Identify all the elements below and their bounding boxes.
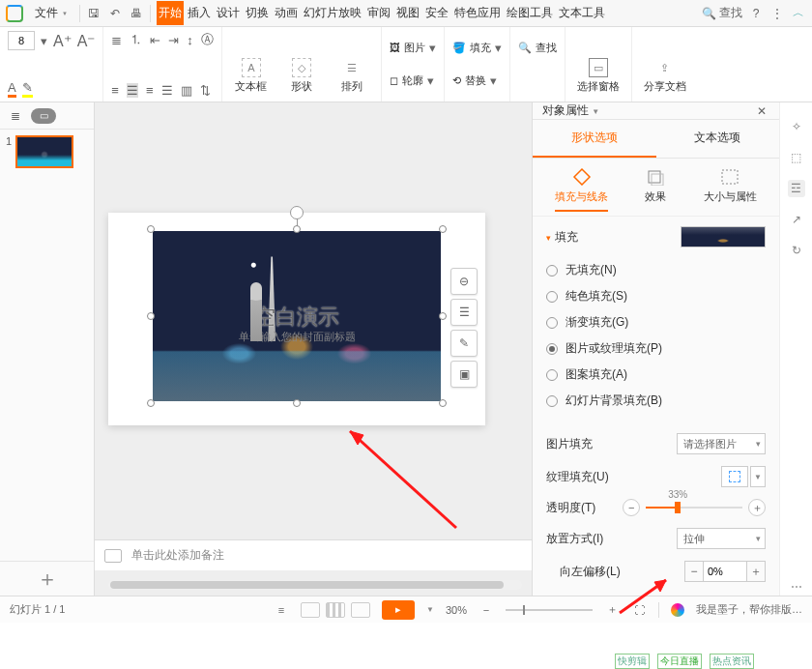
numbering-icon[interactable]: ⒈ <box>130 31 142 48</box>
image-button[interactable]: 🖼图片▾ <box>390 41 436 55</box>
indent-right-icon[interactable]: ⇥ <box>168 33 179 47</box>
rail-more-icon[interactable]: ⋯ <box>788 578 805 596</box>
find-button[interactable]: 🔍查找 <box>518 41 557 55</box>
slider-knob[interactable] <box>523 605 525 615</box>
tab-insert[interactable]: 插入 <box>186 1 213 25</box>
chevron-down-icon[interactable]: ▼ <box>592 107 599 116</box>
resize-handle[interactable] <box>147 225 155 233</box>
arrange-button[interactable]: ☰排列 <box>331 54 373 98</box>
slide-thumbnail[interactable]: 1 <box>0 130 94 174</box>
font-size-input[interactable] <box>8 31 35 50</box>
rail-template-icon[interactable]: ⬚ <box>788 149 805 166</box>
slide-canvas[interactable]: 空白演示 单击输入您的封面副标题 ⊖ ☰ ✎ ▣ <box>95 102 532 596</box>
resize-handle[interactable] <box>439 399 447 407</box>
frame-tool[interactable]: ▣ <box>450 361 478 388</box>
fill-none[interactable]: 无填充(N) <box>546 257 766 283</box>
offset-left-input[interactable] <box>703 562 747 581</box>
tab-drawtools[interactable]: 绘图工具 <box>505 1 555 25</box>
crop-tool[interactable]: ✎ <box>450 330 478 357</box>
horizontal-scrollbar[interactable] <box>108 580 522 590</box>
opacity-increase[interactable]: ＋ <box>748 499 766 516</box>
textbox-button[interactable]: A文本框 <box>230 54 273 98</box>
align-right-icon[interactable]: ≡ <box>146 83 154 98</box>
align-justify-icon[interactable]: ☰ <box>161 83 173 98</box>
selected-shape[interactable]: 空白演示 单击输入您的封面副标题 ⊖ ☰ ✎ ▣ <box>151 229 443 403</box>
select-pane-button[interactable]: ▭选择窗格 <box>573 54 624 98</box>
taskbar-item[interactable]: 热点资讯 <box>710 654 754 669</box>
columns-icon[interactable]: ▥ <box>181 83 192 98</box>
save-icon[interactable]: 🖫 <box>86 6 102 21</box>
fill-slidebg[interactable]: 幻灯片背景填充(B) <box>546 388 766 414</box>
replace-button[interactable]: ⟲替换▾ <box>452 73 502 88</box>
rail-share-icon[interactable]: ↗ <box>788 211 805 228</box>
ai-hint[interactable]: 我是墨子，帮你排版… <box>696 602 802 617</box>
zoom-out-icon[interactable]: − <box>478 602 494 618</box>
subtab-size[interactable]: 大小与属性 <box>704 168 757 212</box>
subtab-effect[interactable]: 效果 <box>645 168 666 212</box>
fill-gradient[interactable]: 渐变填充(G) <box>546 309 766 335</box>
tab-special[interactable]: 特色应用 <box>452 1 503 25</box>
resize-handle[interactable] <box>293 399 301 407</box>
rail-properties-icon[interactable]: ☲ <box>788 180 805 197</box>
tab-text-options[interactable]: 文本选项 <box>656 120 780 158</box>
tile-select[interactable]: 拉伸 <box>677 528 766 549</box>
opacity-decrease[interactable]: − <box>623 499 640 516</box>
opacity-slider[interactable]: 33% <box>646 501 742 514</box>
fill-pattern[interactable]: 图案填充(A) <box>546 362 766 388</box>
rail-assistant-icon[interactable]: ✧ <box>788 118 805 135</box>
help-icon[interactable]: ? <box>748 6 764 21</box>
texture-dropdown[interactable]: ▼ <box>750 466 766 487</box>
zoom-out-tool[interactable]: ⊖ <box>450 268 478 295</box>
align-left-icon[interactable]: ≡ <box>111 83 119 98</box>
outline-button[interactable]: ◻轮廓▾ <box>390 73 436 88</box>
add-slide-button[interactable]: ＋ <box>0 561 94 596</box>
taskbar-item[interactable]: 今日直播 <box>657 654 702 669</box>
tab-view[interactable]: 视图 <box>394 1 421 25</box>
share-button[interactable]: ⇪分享文档 <box>640 54 690 98</box>
undo-icon[interactable]: ↶ <box>107 6 123 21</box>
fill-header[interactable]: ▾填充 <box>546 226 766 247</box>
close-panel-icon[interactable]: ✕ <box>754 103 769 119</box>
rail-history-icon[interactable]: ↻ <box>788 242 805 259</box>
fill-preview-chip[interactable] <box>681 226 766 247</box>
tab-texttools[interactable]: 文本工具 <box>557 1 607 25</box>
resize-handle[interactable] <box>439 312 447 320</box>
outline-icon[interactable]: ≡ <box>274 602 289 618</box>
slideshow-button[interactable] <box>382 600 415 620</box>
texture-select[interactable] <box>721 466 748 487</box>
font-color-icon[interactable]: A <box>8 80 16 98</box>
reading-view-icon[interactable] <box>351 602 370 618</box>
fit-icon[interactable]: ⛶ <box>631 602 647 618</box>
slider-knob[interactable] <box>675 502 681 513</box>
tab-review[interactable]: 审阅 <box>365 1 392 25</box>
normal-view-icon[interactable] <box>301 602 320 618</box>
zoom-slider[interactable] <box>506 609 593 611</box>
chevron-down-icon[interactable]: ▾ <box>41 34 47 48</box>
shape-button[interactable]: ◇形状 <box>280 54 323 98</box>
notes-bar[interactable]: 单击此处添加备注 <box>95 539 532 570</box>
align-center-icon[interactable]: ☰ <box>127 83 138 98</box>
rotate-handle-icon[interactable] <box>290 206 304 219</box>
spinner-decrease[interactable]: − <box>685 562 703 581</box>
tab-transition[interactable]: 切换 <box>244 1 271 25</box>
resize-handle[interactable] <box>439 225 447 233</box>
text-direction-icon[interactable]: ⇅ <box>200 83 211 98</box>
file-menu[interactable]: 文件 ▼ <box>29 3 73 23</box>
fill-picture[interactable]: 图片或纹理填充(P) <box>546 335 766 362</box>
chevron-down-icon[interactable]: ▼ <box>426 605 434 614</box>
offset-left-spinner[interactable]: − ＋ <box>684 561 766 582</box>
increase-font-icon[interactable]: A⁺ <box>53 32 72 50</box>
bullets-icon[interactable]: ≣ <box>111 33 122 47</box>
indent-left-icon[interactable]: ⇤ <box>150 33 160 47</box>
outline-view-icon[interactable]: ≣ <box>8 108 23 124</box>
tab-design[interactable]: 设计 <box>215 1 242 25</box>
tab-slideshow[interactable]: 幻灯片放映 <box>302 1 363 25</box>
collapse-ribbon-icon[interactable]: ︿ <box>791 6 806 21</box>
ai-assistant-icon[interactable] <box>671 603 684 617</box>
taskbar-item[interactable]: 快剪辑 <box>615 654 650 669</box>
line-height-icon[interactable]: ↕ <box>187 33 193 47</box>
thumb-view-icon[interactable]: ▭ <box>31 108 56 124</box>
zoom-in-icon[interactable]: ＋ <box>604 602 620 618</box>
fill-solid[interactable]: 纯色填充(S) <box>546 283 766 309</box>
resize-handle[interactable] <box>147 399 155 407</box>
